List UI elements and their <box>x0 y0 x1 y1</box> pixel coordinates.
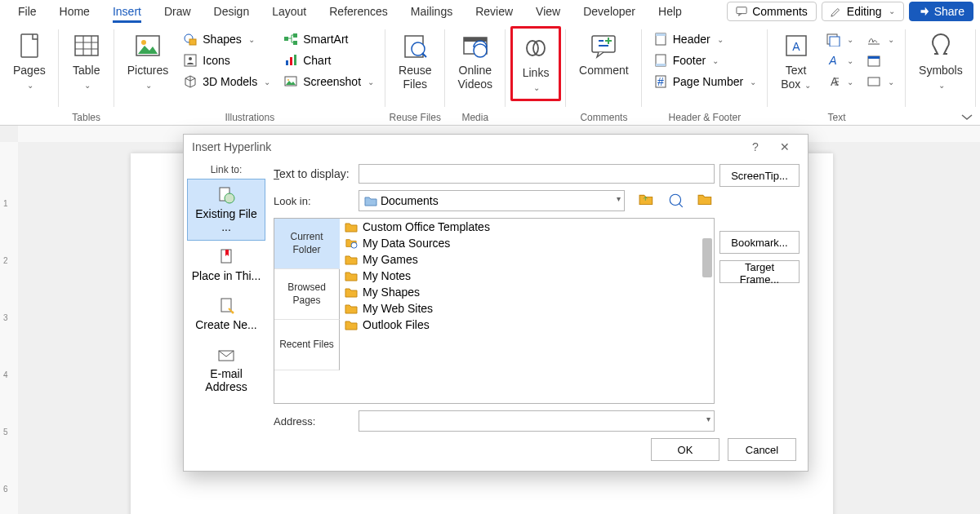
group-label-tables: Tables <box>59 112 114 123</box>
chart-icon <box>283 53 298 68</box>
date-icon <box>866 53 881 68</box>
linkto-existing-file[interactable]: Existing File ... <box>187 179 265 241</box>
tab-mailings[interactable]: Mailings <box>399 2 464 21</box>
address-input[interactable]: ▾ <box>359 410 715 432</box>
screenshot-button[interactable]: Screenshot⌄ <box>278 72 379 91</box>
icons-button[interactable]: Icons <box>178 51 275 70</box>
text-to-display-input[interactable] <box>359 164 715 184</box>
object-icon <box>866 74 881 89</box>
cancel-button[interactable]: Cancel <box>728 438 796 461</box>
list-item[interactable]: Outlook Files <box>340 317 714 333</box>
share-icon <box>918 6 929 17</box>
drop-cap-button[interactable]: A⌄ <box>821 72 858 91</box>
dialog-titlebar[interactable]: Insert Hyperlink ? ✕ <box>184 135 808 159</box>
tab-layout[interactable]: Layout <box>261 2 318 21</box>
folder-icon <box>345 254 358 265</box>
omega-icon <box>926 31 956 60</box>
tab-view[interactable]: View <box>524 2 572 21</box>
linkto-place-in-doc[interactable]: Place in Thi... <box>187 241 265 290</box>
browser-tab-recent-files[interactable]: Recent Files <box>274 320 340 370</box>
tab-file[interactable]: File <box>7 2 48 21</box>
list-item[interactable]: My Games <box>340 251 714 268</box>
text-box-button[interactable]: Text Box ⌄ <box>773 26 819 96</box>
text-to-display-label: Text to display: <box>274 167 352 180</box>
links-button[interactable]: Links⌄ <box>510 26 561 101</box>
symbols-button[interactable]: Symbols⌄ <box>911 26 971 96</box>
smartart-button[interactable]: SmartArt <box>278 29 379 49</box>
group-label-text: Text <box>768 112 906 123</box>
svg-rect-22 <box>286 60 288 65</box>
tab-design[interactable]: Design <box>203 2 261 21</box>
bookmark-button[interactable]: Bookmark... <box>719 231 800 254</box>
target-frame-button[interactable]: Target Frame... <box>719 260 800 283</box>
up-folder-button[interactable] <box>638 192 656 210</box>
svg-rect-28 <box>656 33 666 36</box>
tab-developer[interactable]: Developer <box>572 2 647 21</box>
svg-rect-19 <box>284 37 288 41</box>
ok-button[interactable]: OK <box>651 438 719 461</box>
comments-button[interactable]: Comments <box>727 2 817 21</box>
tab-insert[interactable]: Insert <box>101 2 153 21</box>
share-button[interactable]: Share <box>909 2 973 21</box>
list-item[interactable]: Custom Office Templates <box>340 219 714 235</box>
svg-text:#: # <box>657 75 664 88</box>
editing-button[interactable]: Editing⌄ <box>822 2 904 21</box>
reuse-files-button[interactable]: Reuse Files <box>390 26 439 96</box>
linkto-email[interactable]: E-mail Address <box>187 339 265 401</box>
tab-review[interactable]: Review <box>464 2 524 21</box>
tab-draw[interactable]: Draw <box>153 2 203 21</box>
list-item[interactable]: My Notes <box>340 268 714 284</box>
tab-help[interactable]: Help <box>647 2 693 21</box>
file-list[interactable]: Custom Office Templates My Data Sources … <box>340 219 714 403</box>
svg-rect-34 <box>830 37 840 47</box>
list-item[interactable]: My Web Sites <box>340 300 714 317</box>
folder-icon <box>345 237 358 249</box>
object-button[interactable]: ⌄ <box>862 72 899 91</box>
svg-rect-39 <box>868 78 880 86</box>
list-item[interactable]: My Data Sources <box>340 235 714 251</box>
quick-parts-button[interactable]: ⌄ <box>821 29 858 49</box>
chevron-down-icon: ⌄ <box>889 7 895 16</box>
textbox-icon <box>782 31 811 60</box>
tab-references[interactable]: References <box>318 2 399 21</box>
ruler-vertical: 1 2 3 4 5 6 <box>0 142 18 514</box>
lookin-combo[interactable]: Documents ▾ <box>359 190 625 211</box>
page-number-button[interactable]: #Page Number⌄ <box>648 72 761 91</box>
group-label-illustrations: Illustrations <box>114 112 385 123</box>
footer-icon <box>653 53 668 68</box>
online-videos-button[interactable]: Online Videos <box>450 26 501 96</box>
browser-tab-current-folder[interactable]: Current Folder <box>274 219 340 269</box>
footer-button[interactable]: Footer⌄ <box>648 51 761 70</box>
pages-button[interactable]: Pages⌄ <box>5 26 54 96</box>
browse-file-button[interactable] <box>697 192 715 210</box>
list-item[interactable]: My Shapes <box>340 284 714 300</box>
comment-button[interactable]: Comment <box>571 26 637 82</box>
pictures-icon <box>133 31 163 60</box>
signature-button[interactable]: ⌄ <box>862 29 899 49</box>
header-button[interactable]: Header⌄ <box>648 29 761 49</box>
svg-rect-21 <box>293 41 297 45</box>
group-label-hf: Header & Footer <box>642 112 768 123</box>
browser-tab-browsed-pages[interactable]: Browsed Pages <box>274 269 340 320</box>
linkto-label: Link to: <box>211 164 243 175</box>
svg-rect-23 <box>290 57 292 65</box>
tab-home[interactable]: Home <box>48 2 101 21</box>
folder-icon <box>345 303 358 314</box>
pictures-button[interactable]: Pictures⌄ <box>119 26 177 96</box>
folder-icon <box>345 270 358 281</box>
3d-models-button[interactable]: 3D Models⌄ <box>178 72 275 91</box>
chart-button[interactable]: Chart <box>278 51 379 70</box>
close-button[interactable]: ✕ <box>770 140 800 153</box>
help-button[interactable]: ? <box>741 140 770 153</box>
linkto-create-new[interactable]: Create Ne... <box>187 290 265 339</box>
screentip-button[interactable]: ScreenTip... <box>719 164 800 187</box>
wordart-button[interactable]: A⌄ <box>821 51 858 70</box>
table-button[interactable]: Table⌄ <box>64 26 109 96</box>
browse-web-button[interactable] <box>667 192 685 210</box>
shapes-button[interactable]: Shapes⌄ <box>178 29 275 49</box>
dropcap-icon: A <box>826 74 840 89</box>
date-time-button[interactable] <box>862 51 899 70</box>
scrollbar-thumb[interactable] <box>702 238 712 277</box>
collapse-ribbon-button[interactable] <box>960 112 973 122</box>
bookmark-page-icon <box>217 248 235 266</box>
